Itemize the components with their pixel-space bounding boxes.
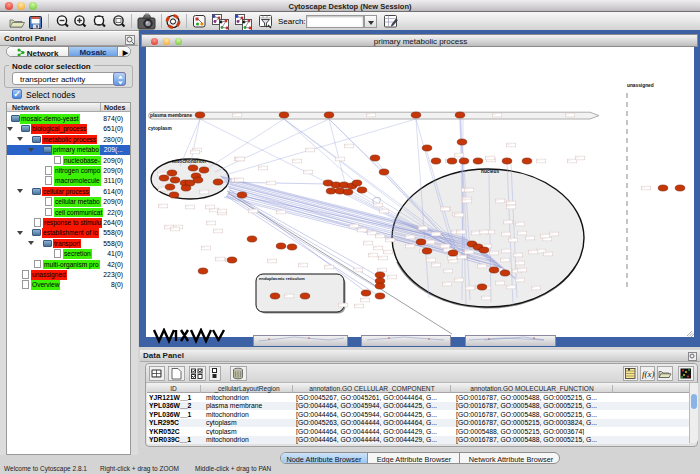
svg-text:····: ···· <box>448 257 452 260</box>
svg-text:····: ···· <box>364 242 368 245</box>
svg-text:····: ···· <box>518 269 522 272</box>
svg-text:····: ···· <box>465 189 469 192</box>
svg-text:····: ···· <box>478 265 482 268</box>
svg-text:····: ···· <box>345 145 349 148</box>
svg-text:····: ···· <box>529 251 533 254</box>
svg-text:····: ···· <box>490 252 494 255</box>
svg-text:····: ···· <box>486 157 490 160</box>
svg-text:····: ···· <box>509 239 513 242</box>
svg-text:····: ···· <box>368 232 372 235</box>
svg-text:····: ···· <box>514 254 518 257</box>
svg-text:····: ···· <box>444 270 448 273</box>
svg-text:····: ···· <box>304 171 308 174</box>
svg-text:····: ···· <box>285 295 289 298</box>
svg-text:····: ···· <box>379 257 383 260</box>
svg-text:····: ···· <box>380 210 384 213</box>
svg-text:····: ···· <box>507 144 511 147</box>
svg-text:····: ···· <box>277 211 281 214</box>
svg-text:····: ···· <box>388 276 392 279</box>
svg-text:····: ···· <box>367 114 371 117</box>
svg-text:····: ···· <box>406 245 410 248</box>
svg-text:····: ···· <box>293 160 297 163</box>
svg-text:endoplasmic reticulum: endoplasmic reticulum <box>259 276 305 281</box>
svg-text:····: ···· <box>455 154 459 157</box>
svg-text:····: ···· <box>214 230 218 233</box>
svg-text:····: ···· <box>504 221 508 224</box>
svg-text:····: ···· <box>216 258 220 261</box>
svg-text:····: ···· <box>496 282 500 285</box>
svg-text:····: ···· <box>376 235 380 238</box>
svg-text:····: ···· <box>259 167 263 170</box>
svg-text:····: ···· <box>576 157 580 160</box>
svg-text:····: ···· <box>568 160 572 163</box>
svg-text:····: ···· <box>516 279 520 282</box>
svg-text:····: ···· <box>406 236 410 239</box>
svg-text:····: ···· <box>200 191 204 194</box>
svg-text:····: ···· <box>642 187 646 190</box>
svg-text:····: ···· <box>358 229 362 232</box>
svg-text:····: ···· <box>369 254 373 257</box>
svg-text:····: ···· <box>202 247 206 250</box>
svg-text:····: ···· <box>207 222 211 225</box>
svg-text:····: ···· <box>537 160 541 163</box>
svg-text:····: ···· <box>355 305 359 308</box>
svg-text:····: ···· <box>455 279 459 282</box>
svg-text:····: ···· <box>466 287 470 290</box>
svg-text:····: ···· <box>507 206 511 209</box>
svg-text:····: ···· <box>325 266 329 269</box>
svg-text:····: ···· <box>441 245 445 248</box>
svg-text:····: ···· <box>482 297 486 300</box>
svg-text:····: ···· <box>165 226 169 229</box>
svg-text:····: ···· <box>502 233 506 236</box>
svg-text:····: ···· <box>339 304 343 307</box>
svg-text:····: ···· <box>541 235 545 238</box>
svg-text:····: ···· <box>480 231 484 234</box>
svg-text:····: ···· <box>493 114 497 117</box>
svg-text:····: ···· <box>432 233 436 236</box>
svg-text:····: ···· <box>233 114 237 117</box>
svg-text:····: ···· <box>550 233 554 236</box>
svg-text:····: ···· <box>249 210 253 213</box>
svg-text:····: ···· <box>268 260 272 263</box>
svg-text:····: ···· <box>532 287 536 290</box>
svg-text:····: ···· <box>516 223 520 226</box>
svg-text:····: ···· <box>465 251 469 254</box>
svg-text:····: ···· <box>543 238 547 241</box>
svg-text:····: ···· <box>218 210 222 213</box>
svg-text:····: ···· <box>386 239 390 242</box>
svg-text:····: ···· <box>299 264 303 267</box>
svg-text:····: ···· <box>210 209 214 212</box>
svg-text:····: ···· <box>463 200 467 203</box>
svg-text:····: ···· <box>336 158 340 161</box>
svg-text:····: ···· <box>444 249 448 252</box>
svg-text:····: ···· <box>267 182 271 185</box>
svg-text:····: ···· <box>171 228 175 231</box>
svg-text:····: ···· <box>236 158 240 161</box>
svg-text:····: ···· <box>518 232 522 235</box>
svg-text:····: ···· <box>306 149 310 152</box>
svg-text:nucleus: nucleus <box>481 169 499 174</box>
svg-text:····: ···· <box>186 206 190 209</box>
svg-text:····: ···· <box>455 214 459 217</box>
svg-text:····: ···· <box>384 251 388 254</box>
svg-text:····: ···· <box>350 225 354 228</box>
svg-text:····: ···· <box>419 227 423 230</box>
svg-text:····: ···· <box>361 299 365 302</box>
svg-text:····: ···· <box>441 208 445 211</box>
svg-text:····: ···· <box>501 259 505 262</box>
svg-text:····: ···· <box>191 151 195 154</box>
svg-text:mitochondrion: mitochondrion <box>172 159 206 164</box>
svg-text:····: ···· <box>516 262 520 265</box>
svg-text:····: ···· <box>544 253 548 256</box>
svg-text:f(x): f(x) <box>642 369 655 379</box>
svg-text:····: ···· <box>472 232 476 235</box>
svg-text:unassigned: unassigned <box>627 83 654 88</box>
svg-text:cytoplasm: cytoplasm <box>148 126 172 131</box>
svg-text:····: ···· <box>457 231 461 234</box>
svg-text:plasma membrane: plasma membrane <box>150 113 192 118</box>
svg-text:····: ···· <box>374 204 378 207</box>
svg-text:····: ···· <box>427 259 431 262</box>
svg-text:····: ···· <box>452 231 456 234</box>
svg-text:····: ···· <box>159 188 163 191</box>
svg-text:····: ···· <box>449 260 453 263</box>
